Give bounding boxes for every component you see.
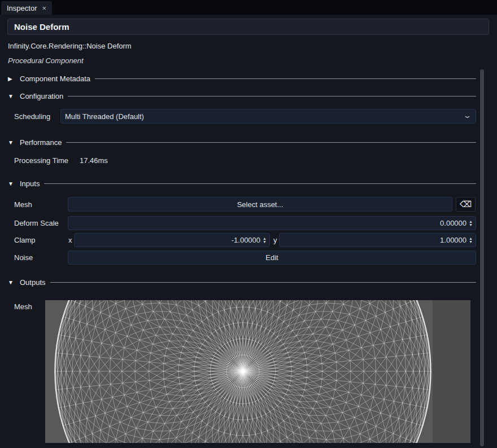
section-divider xyxy=(50,282,476,283)
section-divider xyxy=(66,142,476,143)
spinner: ▲ ▼ xyxy=(467,220,474,227)
section-divider xyxy=(68,96,476,96)
processing-time-value: 17.46ms xyxy=(80,153,108,168)
chevron-down-icon: ⌄ xyxy=(463,111,472,120)
section-divider xyxy=(95,78,476,79)
noise-edit-button[interactable]: Edit xyxy=(68,251,476,265)
spin-down-icon[interactable]: ▼ xyxy=(469,240,473,244)
deform-scale-field: ▲ ▼ xyxy=(68,216,476,230)
section-label: Outputs xyxy=(20,278,46,287)
clear-asset-button[interactable]: ⌫ xyxy=(456,197,476,212)
spinner: ▲ ▼ xyxy=(260,237,268,244)
clamp-x-input[interactable] xyxy=(78,236,260,244)
section-label: Inputs xyxy=(20,179,40,188)
scheduling-dropdown[interactable]: Multi Threaded (Default) ⌄ xyxy=(60,109,476,124)
spin-down-icon[interactable]: ▼ xyxy=(263,240,267,244)
clamp-x-label: x xyxy=(68,233,72,247)
mesh-input-label: Mesh xyxy=(14,197,32,212)
component-category: Procedural Component xyxy=(8,56,84,65)
spin-down-icon[interactable]: ▼ xyxy=(469,223,473,227)
clamp-x-field: ▲ ▼ xyxy=(74,233,270,247)
deform-scale-label: Deform Scale xyxy=(14,216,59,230)
tab-close-icon[interactable]: × xyxy=(42,5,46,12)
section-inputs[interactable]: ▼ Inputs xyxy=(8,178,476,188)
clamp-label: Clamp xyxy=(14,233,36,247)
noise-label: Noise xyxy=(14,251,33,265)
tab-label: Inspector xyxy=(7,4,37,12)
noise-edit-label: Edit xyxy=(265,253,278,262)
section-label: Component Metadata xyxy=(20,74,90,83)
tab-strip: Inspector × xyxy=(0,0,497,15)
scheduling-label: Scheduling xyxy=(14,109,50,124)
select-asset-button[interactable]: Select asset... xyxy=(68,197,452,212)
page-title: Noise Deform xyxy=(14,22,69,32)
section-performance[interactable]: ▼ Performance xyxy=(8,137,476,147)
collapsed-arrow-icon: ▶ xyxy=(8,76,15,82)
mesh-preview xyxy=(45,300,470,443)
expanded-arrow-icon: ▼ xyxy=(8,139,15,146)
deform-scale-input[interactable] xyxy=(72,219,467,227)
section-divider xyxy=(44,183,476,184)
tab-inspector[interactable]: Inspector × xyxy=(1,1,52,15)
section-configuration[interactable]: ▼ Configuration xyxy=(8,91,476,101)
section-label: Performance xyxy=(20,138,62,147)
processing-time-label: Processing Time xyxy=(14,153,68,168)
backspace-icon: ⌫ xyxy=(460,199,472,209)
spinner: ▲ ▼ xyxy=(467,237,474,244)
mesh-output-label: Mesh xyxy=(14,300,32,314)
section-label: Configuration xyxy=(20,92,63,100)
scrollbar-thumb[interactable] xyxy=(480,69,484,446)
section-outputs[interactable]: ▼ Outputs xyxy=(8,277,476,287)
component-type-name: Infinity.Core.Rendering::Noise Deform xyxy=(8,42,132,50)
scheduling-value: Multi Threaded (Default) xyxy=(65,112,144,121)
clamp-y-label: y xyxy=(273,233,277,247)
expanded-arrow-icon: ▼ xyxy=(8,279,15,286)
clamp-y-field: ▲ ▼ xyxy=(279,233,476,247)
section-component-metadata[interactable]: ▶ Component Metadata xyxy=(8,73,476,84)
expanded-arrow-icon: ▼ xyxy=(8,93,15,99)
component-header: Noise Deform xyxy=(7,19,489,35)
select-asset-label: Select asset... xyxy=(237,200,284,209)
expanded-arrow-icon: ▼ xyxy=(8,181,15,187)
clamp-y-input[interactable] xyxy=(283,236,467,244)
